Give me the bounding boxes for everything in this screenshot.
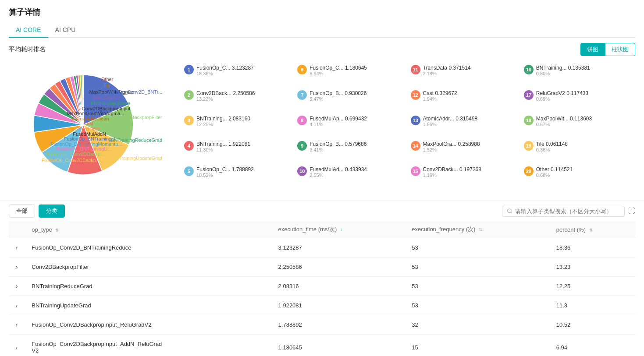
legend-item: 13 AtomicAddr... 0.315498 1.86% [411, 116, 522, 137]
legend-info: FusionOp_C... 1.788892 10.52% [196, 166, 254, 178]
legend-badge: 6 [297, 65, 307, 74]
filter-category-button[interactable]: 分类 [39, 204, 65, 218]
legend-item: 2 Conv2DBack... 2.250586 13.23% [184, 90, 295, 112]
search-input[interactable] [515, 208, 620, 215]
legend-pct: 2.55% [310, 173, 367, 178]
legend-pct: 10.52% [196, 173, 254, 178]
cell-exec-freq: 15 [405, 335, 549, 356]
legend-item: 6 FusionOp_C... 1.180645 6.94% [297, 65, 409, 87]
legend-info: BNTraining... 2.083160 12.25% [196, 116, 250, 127]
expand-table-icon[interactable]: ⛶ [628, 207, 635, 215]
cell-op-type: BNTrainingReduceGrad [25, 277, 271, 296]
cell-percent: 11.3 [549, 296, 635, 315]
cell-exec-time: 2.08316 [271, 277, 405, 296]
col-exec-time[interactable]: execution_time (ms/次) ↓ [271, 221, 405, 238]
legend-info: ReluGradV2 0.117433 0.69% [536, 90, 588, 102]
legend-pct: 0.67% [536, 122, 592, 127]
legend-name: BNTraining... 0.135381 [536, 65, 590, 71]
legend-name: FusedMulAd... 0.433934 [310, 166, 367, 173]
legend-info: FusionOp_B... 0.579686 3.41% [310, 141, 366, 152]
tab-ai-cpu[interactable]: AI CPU [48, 23, 83, 38]
legend-badge: 17 [524, 90, 534, 100]
legend-item: 9 FusionOp_B... 0.579686 3.41% [297, 141, 409, 163]
legend-item: 14 MaxPoolGra... 0.258988 1.52% [411, 141, 522, 163]
cell-exec-time: 2.250586 [271, 257, 405, 277]
row-expand[interactable]: › [9, 315, 25, 335]
legend-badge: 16 [524, 65, 534, 74]
pie-chart-button[interactable]: 饼图 [580, 43, 605, 56]
row-expand[interactable]: › [9, 238, 25, 257]
legend-item: 5 FusionOp_C... 1.788892 10.52% [184, 166, 295, 188]
legend-badge: 19 [524, 141, 534, 151]
cell-exec-freq: 53 [405, 277, 549, 296]
legend-name: AtomicAddr... 0.315498 [423, 116, 478, 122]
legend-pct: 6.94% [310, 71, 367, 76]
legend-info: MaxPoolWit... 0.113603 0.67% [536, 116, 592, 127]
col-exec-freq[interactable]: execution_frequency (次) ⇅ [405, 221, 549, 238]
legend-pct: 0.80% [536, 71, 590, 76]
tab-ai-core[interactable]: AI CORE [9, 23, 48, 38]
row-expand[interactable]: › [9, 335, 25, 356]
legend-name: FusedMulAp... 0.699432 [310, 116, 367, 122]
legend-item: 7 FusionOp_B... 0.930026 5.47% [297, 90, 409, 112]
legend-pct: 3.41% [310, 147, 366, 152]
legend-info: FusionOp_B... 0.930026 5.47% [310, 90, 366, 102]
cell-op-type: FusionOp_Conv2D_BNTrainingReduce [25, 238, 271, 257]
legend-badge: 8 [297, 116, 307, 125]
legend-pct: 5.47% [310, 96, 366, 102]
row-expand[interactable]: › [9, 277, 25, 296]
legend-info: TransData 0.371514 2.18% [423, 65, 471, 76]
legend-name: Cast 0.329672 [423, 90, 457, 96]
cell-exec-freq: 53 [405, 238, 549, 257]
legend-pct: 4.11% [310, 122, 367, 127]
legend-item: 11 TransData 0.371514 2.18% [411, 65, 522, 87]
legend-info: FusedMulAd... 0.433934 2.55% [310, 166, 367, 178]
legend-section: 1 FusionOp_C... 3.123287 18.36% 6 Fusion… [184, 61, 635, 188]
cell-percent: 13.23 [549, 257, 635, 277]
col-percent[interactable]: percent (%) ⇅ [549, 221, 635, 238]
cell-op-type: FusionOp_Conv2DBackpropInput_AddN_ReluGr… [25, 335, 271, 356]
legend-pct: 1.94% [423, 96, 457, 102]
chart-type-buttons: 饼图 柱状图 [580, 43, 635, 56]
cell-op-type: BNTrainingUpdateGrad [25, 296, 271, 315]
legend-name: Other 0.114521 [536, 166, 573, 173]
section-title: 平均耗时排名 [9, 46, 46, 53]
legend-name: ReluGradV2 0.117433 [536, 90, 588, 96]
legend-name: FusionOp_C... 1.788892 [196, 166, 254, 173]
search-box [502, 206, 625, 217]
legend-item: 12 Cast 0.329672 1.94% [411, 90, 522, 112]
cell-op-type: FusionOp_Conv2DBackpropInput_ReluGradV2 [25, 315, 271, 335]
legend-badge: 4 [184, 141, 194, 151]
pie-chart-svg [9, 61, 158, 188]
svg-point-0 [508, 209, 512, 213]
row-expand[interactable]: › [9, 257, 25, 277]
legend-info: AtomicAddr... 0.315498 1.86% [423, 116, 478, 127]
legend-name: MaxPoolWit... 0.113603 [536, 116, 592, 122]
legend-name: Conv2DBack... 0.197268 [423, 166, 481, 173]
legend-info: Conv2DBack... 0.197268 1.16% [423, 166, 481, 178]
cell-percent: 6.94 [549, 335, 635, 356]
cell-exec-freq: 32 [405, 315, 549, 335]
legend-badge: 11 [411, 65, 420, 74]
legend-badge: 13 [411, 116, 420, 125]
legend-badge: 1 [184, 65, 194, 74]
legend-pct: 1.52% [423, 147, 480, 152]
row-expand[interactable]: › [9, 296, 25, 315]
col-op-type[interactable]: op_type ⇅ [25, 221, 271, 238]
legend-pct: 0.36% [536, 147, 568, 152]
legend-info: Other 0.114521 0.68% [536, 166, 573, 178]
legend-badge: 18 [524, 116, 534, 125]
legend-pct: 2.18% [423, 71, 471, 76]
legend-pct: 13.23% [196, 96, 255, 102]
legend-item: 20 Other 0.114521 0.68% [524, 166, 635, 188]
col-expand [9, 221, 25, 238]
legend-pct: 18.36% [196, 71, 254, 76]
legend-badge: 7 [297, 90, 307, 100]
legend-badge: 15 [411, 166, 420, 176]
legend-item: 1 FusionOp_C... 3.123287 18.36% [184, 65, 295, 87]
legend-item: 3 BNTraining... 2.083160 12.25% [184, 116, 295, 137]
bar-chart-button[interactable]: 柱状图 [605, 43, 635, 56]
filter-all-button[interactable]: 全部 [9, 204, 35, 218]
pie-chart-section: Other Tile MaxPoolWithArgmax ReluGradV2 … [9, 61, 175, 188]
legend-info: Tile 0.061148 0.36% [536, 141, 568, 152]
